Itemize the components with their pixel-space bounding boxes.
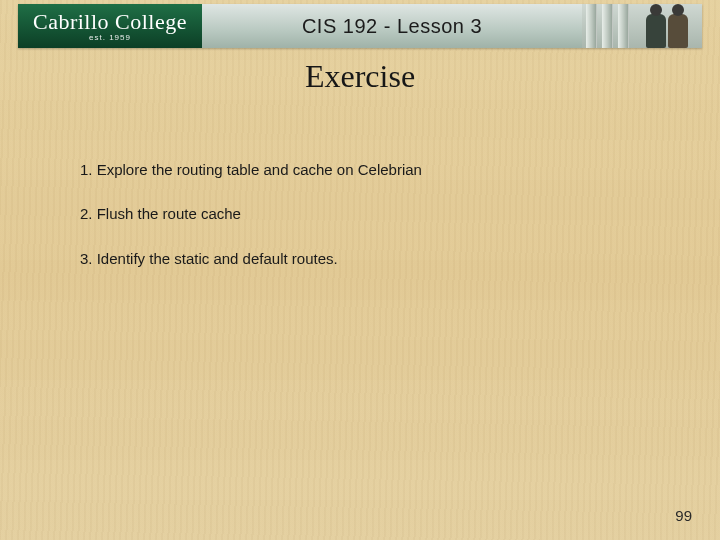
logo-sub-text: est. 1959: [89, 34, 131, 42]
exercise-list: Explore the routing table and cache on C…: [80, 160, 640, 293]
college-logo: Cabrillo College est. 1959: [18, 4, 202, 48]
pillar-icon: [602, 4, 613, 48]
person-icon: [646, 14, 666, 48]
slide-title: Exercise: [0, 58, 720, 95]
logo-main-text: Cabrillo College: [33, 11, 187, 33]
page-number: 99: [675, 507, 692, 524]
banner-photo: [582, 4, 702, 48]
list-item: Explore the routing table and cache on C…: [80, 160, 640, 180]
list-item: Identify the static and default routes.: [80, 249, 640, 269]
slide: Cabrillo College est. 1959 CIS 192 - Les…: [0, 0, 720, 540]
pillar-icon: [586, 4, 597, 48]
pillar-icon: [618, 4, 629, 48]
header-banner: Cabrillo College est. 1959 CIS 192 - Les…: [18, 4, 702, 48]
list-item: Flush the route cache: [80, 204, 640, 224]
person-icon: [668, 14, 688, 48]
course-title: CIS 192 - Lesson 3: [202, 4, 582, 48]
